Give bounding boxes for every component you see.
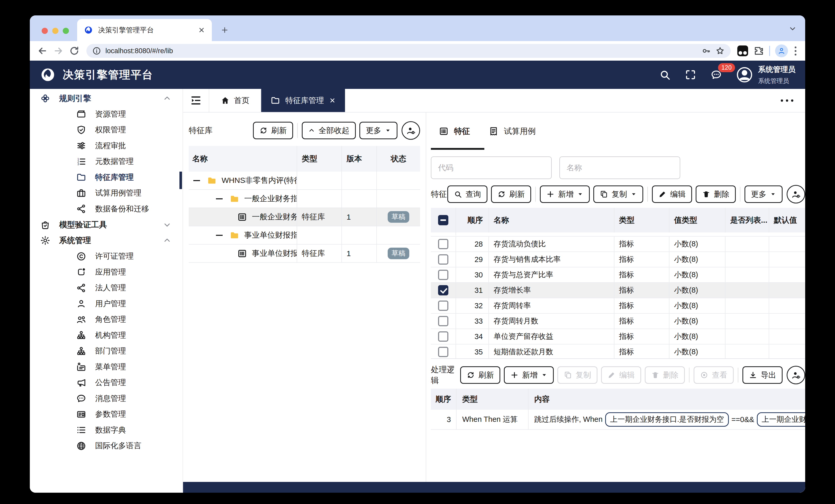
row-checkbox[interactable]	[438, 254, 448, 265]
tab-close-icon[interactable]	[198, 26, 205, 34]
row-checkbox[interactable]	[438, 270, 448, 280]
password-key-icon[interactable]	[701, 46, 711, 56]
sidebar-item-users[interactable]: 用户管理	[30, 296, 183, 312]
back-icon[interactable]	[37, 45, 48, 56]
logic-export-button[interactable]: 导出	[742, 366, 782, 384]
zoom-window-button[interactable]	[63, 28, 69, 34]
collapse-toggle-icon[interactable]	[193, 180, 200, 181]
sidebar-item-roles[interactable]: 角色管理	[30, 312, 183, 328]
row-checkbox[interactable]	[438, 331, 448, 342]
fullscreen-icon[interactable]	[685, 69, 696, 81]
logic-column-settings-button[interactable]	[787, 366, 805, 384]
collapse-sidebar-button[interactable]	[183, 89, 209, 112]
logic-delete-button[interactable]: 删除	[645, 366, 685, 384]
more-button[interactable]: 更多	[745, 186, 782, 203]
logic-refresh-button[interactable]: 刷新	[460, 366, 500, 384]
delete-button[interactable]: 删除	[696, 186, 736, 203]
refresh-button[interactable]: 刷新	[491, 186, 531, 203]
sidebar-group-model-validation[interactable]: 模型验证工具	[30, 217, 183, 233]
extensions-puzzle-icon[interactable]	[753, 45, 764, 56]
close-window-button[interactable]	[42, 28, 48, 34]
tree-row[interactable]: 事业单位财报指标 特征库 1 草稿	[189, 245, 420, 263]
logic-add-button[interactable]: 新增	[504, 366, 554, 384]
sidebar-item-data-dictionary[interactable]: 数据字典	[30, 422, 183, 438]
feature-column-settings-button[interactable]	[787, 185, 805, 204]
feature-row[interactable]: 28 存货流动负债比 指标 小数(8)	[431, 236, 805, 252]
sidebar-item-announcements[interactable]: 公告管理	[30, 375, 183, 391]
tab-test-cases[interactable]: 试算用例	[488, 126, 536, 136]
sidebar-item-resources[interactable]: 资源管理	[30, 106, 183, 122]
tree-refresh-button[interactable]: 刷新	[253, 122, 293, 139]
add-button[interactable]: 新增	[540, 186, 590, 203]
minimize-window-button[interactable]	[52, 28, 58, 34]
feature-row[interactable]: 33 存货周转月数 指标 小数(8)	[431, 314, 805, 329]
close-icon[interactable]	[329, 97, 336, 104]
logic-edit-button[interactable]: 编辑	[601, 366, 641, 384]
sidebar-scrollbar-thumb[interactable]	[180, 172, 182, 189]
copy-button[interactable]: 复制	[593, 186, 643, 203]
collapse-all-button[interactable]: 全部收起	[302, 122, 356, 139]
tree-row-selected[interactable]: 一般企业财务指标 特征库 1 草稿	[189, 208, 420, 226]
row-checkbox[interactable]	[438, 239, 448, 249]
tab-more-menu-icon[interactable]	[781, 100, 805, 102]
tree-row[interactable]: 事业单位财报指标	[189, 226, 420, 245]
sidebar-item-permissions[interactable]: 权限管理	[30, 122, 183, 138]
logic-view-button[interactable]: 查看	[694, 366, 734, 384]
sidebar-item-legal-entity[interactable]: 法人管理	[30, 280, 183, 296]
site-info-icon[interactable]	[92, 46, 101, 56]
collapse-toggle-icon[interactable]	[216, 235, 223, 236]
feature-row-selected[interactable]: 31 存货增长率 指标 小数(8)	[431, 283, 805, 298]
bookmark-star-icon[interactable]	[715, 46, 725, 56]
tree-more-button[interactable]: 更多	[360, 122, 398, 139]
reload-icon[interactable]	[69, 45, 80, 56]
tab-home[interactable]: 首页	[209, 89, 261, 112]
browser-tab[interactable]: 决策引擎管理平台	[77, 19, 212, 41]
row-checkbox[interactable]	[438, 300, 448, 311]
feature-row[interactable]: 34 单位资产留存收益 指标 小数(8)	[431, 329, 805, 344]
tree-row[interactable]: WHNS非零售内评(特征库)	[189, 172, 420, 190]
collapse-toggle-icon[interactable]	[216, 198, 223, 200]
logic-row[interactable]: 3 When Then 运算 跳过后续操作, When 上一期企业财务接口.是否…	[431, 410, 805, 430]
sidebar-item-parameters[interactable]: 参数管理	[30, 406, 183, 422]
address-bar[interactable]: localhost:8080/#/re/lib	[86, 44, 731, 58]
search-icon[interactable]	[659, 69, 671, 81]
edit-button[interactable]: 编辑	[652, 186, 692, 203]
query-button[interactable]: 查询	[447, 186, 487, 203]
sidebar-item-i18n[interactable]: 国际化多语言	[30, 438, 183, 454]
browser-menu-icon[interactable]	[793, 46, 798, 56]
feature-row[interactable]: 29 存货与销售成本比率 指标 小数(8)	[431, 252, 805, 268]
name-filter-input[interactable]	[559, 156, 680, 179]
tree-row[interactable]: 一般企业财务指标	[189, 190, 420, 208]
new-tab-button[interactable]	[221, 19, 229, 41]
sidebar-group-rule-engine[interactable]: 规则引擎	[30, 90, 183, 106]
select-all-checkbox[interactable]	[438, 215, 448, 225]
logic-copy-button[interactable]: 复制	[557, 366, 597, 384]
row-checkbox[interactable]	[438, 347, 448, 357]
tab-features[interactable]: 特征	[439, 126, 470, 136]
url-text[interactable]: localhost:8080/#/re/lib	[105, 47, 697, 55]
window-controls[interactable]	[42, 28, 69, 34]
sidebar-item-applications[interactable]: 应用管理	[30, 264, 183, 280]
sidebar-item-menus[interactable]: 菜单管理	[30, 359, 183, 375]
tab-search-button[interactable]	[789, 25, 796, 33]
sidebar-item-organizations[interactable]: 机构管理	[30, 328, 183, 343]
sidebar-group-system[interactable]: 系统管理	[30, 233, 183, 249]
tab-feature-library[interactable]: 特征库管理	[261, 89, 345, 112]
sidebar-item-departments[interactable]: 部门管理	[30, 343, 183, 359]
row-checkbox-checked[interactable]	[438, 285, 448, 295]
sidebar-item-feature-library[interactable]: 特征库管理	[30, 170, 183, 186]
sidebar-item-metadata[interactable]: 元数据管理	[30, 154, 183, 170]
row-checkbox[interactable]	[438, 316, 448, 326]
forward-icon[interactable]	[53, 45, 64, 56]
user-menu[interactable]: 系统管理员 系统管理员	[736, 64, 795, 85]
sidebar-item-backup[interactable]: 数据备份和迁移	[30, 201, 183, 217]
sidebar-item-license[interactable]: 许可证管理	[30, 248, 183, 264]
browser-profile-avatar[interactable]	[775, 44, 788, 57]
sidebar-item-messages[interactable]: 消息管理	[30, 391, 183, 407]
code-filter-input[interactable]	[431, 156, 552, 179]
feature-row[interactable]: 30 存货与总资产比率 指标 小数(8)	[431, 268, 805, 283]
tree-column-settings-button[interactable]	[402, 121, 420, 140]
feature-row[interactable]: 32 存货周转率 指标 小数(8)	[431, 298, 805, 314]
darkmode-extension-icon[interactable]	[737, 45, 748, 56]
sidebar-item-test-cases[interactable]: 试算用例管理	[30, 185, 183, 201]
